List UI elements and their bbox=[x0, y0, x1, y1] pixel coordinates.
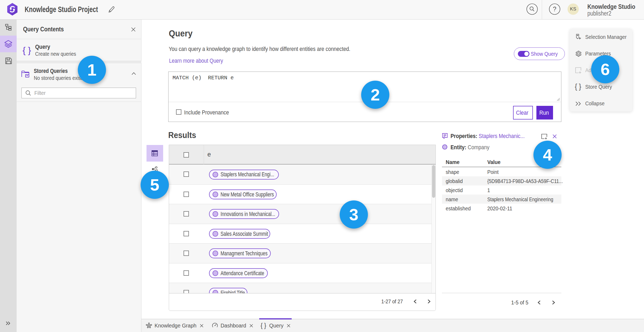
svg-text:?: ? bbox=[553, 6, 557, 13]
